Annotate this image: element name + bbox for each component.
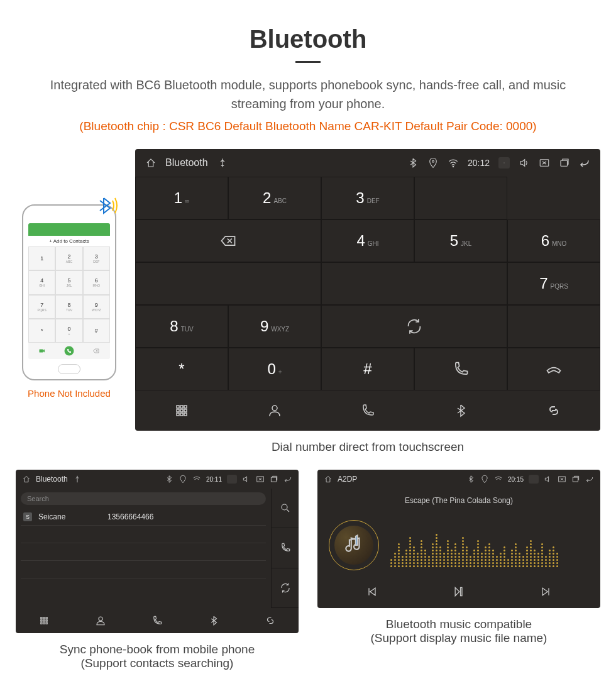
eq-bar xyxy=(515,543,517,567)
volume-icon[interactable] xyxy=(519,157,530,169)
close-ad-icon[interactable] xyxy=(256,475,265,484)
wifi-icon xyxy=(192,475,201,484)
camera-icon[interactable] xyxy=(529,475,539,484)
home-icon[interactable] xyxy=(145,157,157,169)
eq-bar xyxy=(553,546,554,567)
recents-icon[interactable] xyxy=(270,475,278,484)
eq-bar xyxy=(492,550,494,567)
dialer-device: Bluetooth 20:12 1∞2ABC3DEF4GHI5JKL6MNO7P… xyxy=(135,149,600,431)
eq-bar xyxy=(507,559,509,567)
nav-bluetooth-icon[interactable] xyxy=(185,608,242,633)
phone-key: 2ABC xyxy=(55,246,82,270)
contacts-search[interactable]: Search xyxy=(21,492,266,505)
music-visualizer xyxy=(329,511,589,579)
dial-key-3[interactable]: 3DEF xyxy=(321,177,414,219)
close-ad-icon[interactable] xyxy=(558,475,566,484)
eq-bar xyxy=(541,543,543,567)
music-statusbar: A2DP 20:15 xyxy=(317,470,600,489)
svg-rect-6 xyxy=(561,160,568,166)
dial-key-9[interactable]: 9WXYZ xyxy=(228,305,321,348)
contacts-caption: Sync phone-book from mobile phone (Suppo… xyxy=(16,643,299,670)
eq-bar xyxy=(477,540,479,567)
back-icon[interactable] xyxy=(283,475,292,484)
svg-rect-27 xyxy=(46,620,47,621)
volume-icon[interactable] xyxy=(544,475,553,484)
contacts-bottom-nav xyxy=(16,608,299,633)
eq-bar xyxy=(496,556,498,567)
phone-keypad: 12ABC3DEF4GHI5JKL6MNO7PQRS8TUV9WXYZ*0+# xyxy=(28,246,110,343)
eq-bar xyxy=(526,546,528,567)
home-icon[interactable] xyxy=(324,475,333,484)
search-icon[interactable] xyxy=(272,489,299,528)
play-pause-icon[interactable] xyxy=(453,585,465,599)
svg-rect-29 xyxy=(43,622,45,624)
eq-bar xyxy=(443,553,445,567)
empty-cell xyxy=(321,262,507,305)
contact-row[interactable]: S Seicane 13566664466 xyxy=(21,509,266,526)
dial-key-6[interactable]: 6MNO xyxy=(507,219,600,262)
svg-rect-15 xyxy=(184,413,187,416)
dial-key-0[interactable]: 0+ xyxy=(228,348,321,390)
call-button[interactable] xyxy=(414,348,507,390)
music-controls xyxy=(329,579,589,606)
eq-bar xyxy=(405,550,407,567)
recents-icon[interactable] xyxy=(559,157,570,169)
eq-bar xyxy=(413,546,415,567)
contact-initial: S xyxy=(23,512,32,521)
phone-key: # xyxy=(83,319,110,343)
svg-rect-23 xyxy=(43,617,45,619)
music-album-icon xyxy=(329,520,379,570)
eq-bar xyxy=(428,556,430,567)
wifi-icon xyxy=(448,157,459,169)
eq-bar xyxy=(522,556,524,567)
dial-key-2[interactable]: 2ABC xyxy=(228,177,321,219)
phone-add-contacts: + Add to Contacts xyxy=(28,236,110,246)
sync-icon[interactable] xyxy=(272,568,299,608)
nav-contacts-icon[interactable] xyxy=(72,608,129,633)
page-description: Integrated with BC6 Bluetooth module, su… xyxy=(38,75,578,113)
empty-cell xyxy=(507,305,600,348)
eq-bar xyxy=(556,553,558,567)
phone-key: 7PQRS xyxy=(28,295,55,319)
eq-bar xyxy=(454,543,456,567)
back-icon[interactable] xyxy=(585,475,594,484)
nav-call-log-icon[interactable] xyxy=(321,390,414,431)
camera-icon[interactable] xyxy=(227,475,237,484)
dial-key-5[interactable]: 5JKL xyxy=(414,219,507,262)
eq-bar xyxy=(511,550,513,567)
backspace-icon[interactable] xyxy=(135,219,321,262)
nav-keypad-icon[interactable] xyxy=(16,608,72,633)
nav-call-log-icon[interactable] xyxy=(129,608,185,633)
nav-pair-icon[interactable] xyxy=(507,390,600,431)
dial-key-4[interactable]: 4GHI xyxy=(321,219,414,262)
phone-video-icon xyxy=(28,343,55,359)
phone-call-icon xyxy=(55,343,82,359)
eq-bar xyxy=(394,553,396,567)
page-title: Bluetooth xyxy=(0,25,616,53)
home-icon[interactable] xyxy=(22,475,31,484)
eq-bar xyxy=(500,553,502,567)
nav-bluetooth-icon[interactable] xyxy=(414,390,507,431)
nav-pair-icon[interactable] xyxy=(242,608,299,633)
location-icon xyxy=(427,157,439,169)
dial-key-1[interactable]: 1∞ xyxy=(135,177,228,219)
dial-key-#[interactable]: # xyxy=(321,348,414,390)
next-track-icon[interactable] xyxy=(539,585,552,599)
nav-keypad-icon[interactable] xyxy=(135,390,228,431)
contact-row-empty xyxy=(21,543,266,561)
call-icon[interactable] xyxy=(272,528,299,568)
dial-key-*[interactable]: * xyxy=(135,348,228,390)
dial-key-7[interactable]: 7PQRS xyxy=(507,262,600,305)
nav-contacts-icon[interactable] xyxy=(228,390,321,431)
dial-key-8[interactable]: 8TUV xyxy=(135,305,228,348)
back-icon[interactable] xyxy=(579,157,590,169)
close-ad-icon[interactable] xyxy=(539,157,550,169)
sync-icon[interactable] xyxy=(321,305,507,348)
volume-icon[interactable] xyxy=(242,475,251,484)
camera-icon[interactable] xyxy=(498,157,510,169)
hangup-button[interactable] xyxy=(507,348,600,390)
svg-rect-24 xyxy=(46,617,47,619)
recents-icon[interactable] xyxy=(571,475,580,484)
prev-track-icon[interactable] xyxy=(366,585,378,599)
eq-bar xyxy=(485,546,487,567)
